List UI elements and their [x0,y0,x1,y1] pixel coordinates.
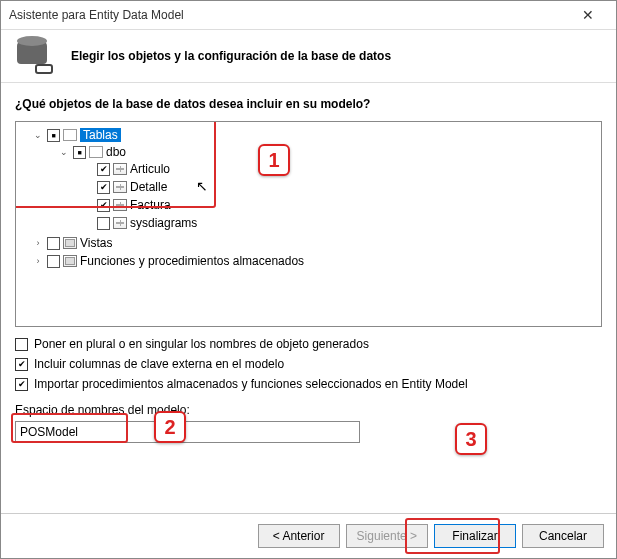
tree-label-dbo: dbo [106,145,126,159]
checkbox-sysdiagrams[interactable] [97,217,110,230]
annotation-callout-3: 3 [455,423,487,455]
window-title: Asistente para Entity Data Model [9,8,568,22]
checkbox-tablas[interactable] [47,129,60,142]
close-icon[interactable]: ✕ [568,7,608,23]
cancel-button[interactable]: Cancelar [522,524,604,548]
tree-label-vistas: Vistas [80,236,112,250]
tree-label-sysdiagrams: sysdiagrams [130,216,197,230]
checkbox-detalle[interactable] [97,181,110,194]
finish-button[interactable]: Finalizar [434,524,516,548]
checkbox-vistas[interactable] [47,237,60,250]
checkbox-dbo[interactable] [73,146,86,159]
checkbox-import-sp[interactable] [15,378,28,391]
checkbox-pluralize[interactable] [15,338,28,351]
checkbox-sprocs[interactable] [47,255,60,268]
tables-group-icon [63,129,77,141]
table-icon [113,181,127,193]
tree-node-sprocs[interactable]: › Funciones y procedimientos almacenados [18,253,599,269]
objects-tree[interactable]: ⌄ Tablas ⌄ dbo [15,121,602,327]
tree-node-vistas[interactable]: › Vistas [18,235,599,251]
wizard-subtitle: Elegir los objetos y la configuración de… [71,49,391,63]
schema-icon [89,146,103,158]
back-button[interactable]: < Anterior [258,524,340,548]
tree-label-articulo: Articulo [130,162,170,176]
next-button: Siguiente > [346,524,428,548]
namespace-input[interactable] [15,421,360,443]
titlebar: Asistente para Entity Data Model ✕ [1,1,616,29]
tree-node-factura[interactable]: Factura [18,197,599,213]
chevron-right-icon[interactable]: › [32,255,44,267]
chevron-down-icon[interactable]: ⌄ [32,129,44,141]
checkbox-articulo[interactable] [97,163,110,176]
table-icon [113,217,127,229]
wizard-buttons: < Anterior Siguiente > Finalizar Cancela… [1,513,616,558]
option-import-sp[interactable]: Importar procedimientos almacenados y fu… [15,377,602,391]
tree-label-tablas: Tablas [80,128,121,142]
option-pluralize-label: Poner en plural o en singular los nombre… [34,337,369,351]
tree-label-detalle: Detalle [130,180,167,194]
sproc-group-icon [63,255,77,267]
database-plug-icon [17,38,53,74]
tree-label-factura: Factura [130,198,171,212]
tree-node-detalle[interactable]: Detalle [18,179,599,195]
wizard-header: Elegir los objetos y la configuración de… [1,29,616,83]
table-icon [113,163,127,175]
tree-node-tablas[interactable]: ⌄ Tablas [18,127,599,143]
tree-node-articulo[interactable]: Articulo [18,161,599,177]
checkbox-foreign-keys[interactable] [15,358,28,371]
option-pluralize[interactable]: Poner en plural o en singular los nombre… [15,337,602,351]
table-icon [113,199,127,211]
views-group-icon [63,237,77,249]
tree-label-sprocs: Funciones y procedimientos almacenados [80,254,304,268]
namespace-label: Espacio de nombres del modelo: [15,403,602,417]
chevron-down-icon[interactable]: ⌄ [58,146,70,158]
option-import-sp-label: Importar procedimientos almacenados y fu… [34,377,468,391]
tree-node-sysdiagrams[interactable]: sysdiagrams [18,215,599,231]
checkbox-factura[interactable] [97,199,110,212]
chevron-right-icon[interactable]: › [32,237,44,249]
option-foreign-keys[interactable]: Incluir columnas de clave externa en el … [15,357,602,371]
option-foreign-keys-label: Incluir columnas de clave externa en el … [34,357,284,371]
prompt-label: ¿Qué objetos de la base de datos desea i… [15,97,602,111]
tree-node-dbo[interactable]: ⌄ dbo [18,144,599,160]
